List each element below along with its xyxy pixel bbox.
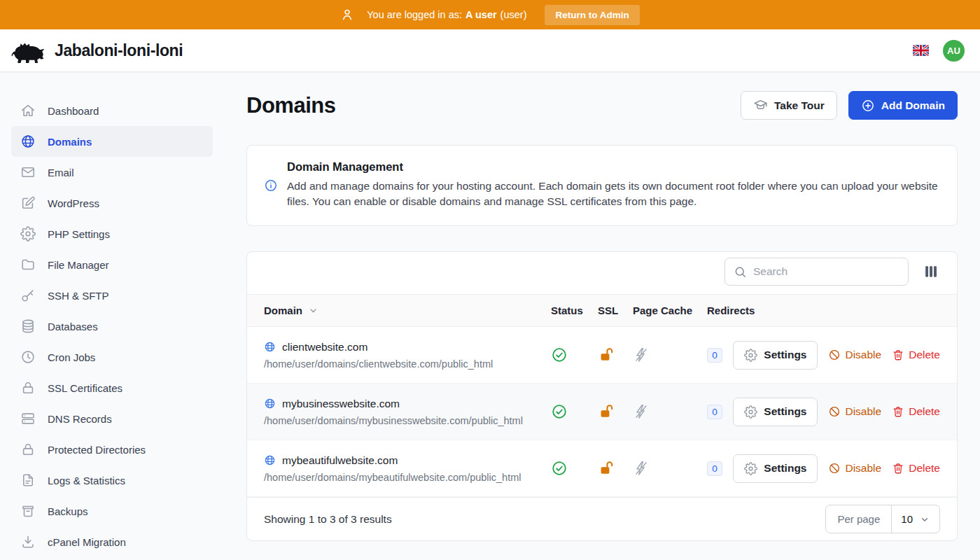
- server-icon: [20, 411, 36, 426]
- edit-icon: [20, 195, 36, 211]
- page-cache-disabled-icon[interactable]: [633, 403, 707, 420]
- table-footer: Showing 1 to 3 of 3 results Per page 10: [247, 497, 957, 540]
- sidebar-item-label: WordPress: [48, 197, 99, 209]
- mail-icon: [20, 164, 36, 180]
- redirects-count-badge[interactable]: 0: [707, 461, 722, 476]
- clock-icon: [20, 349, 36, 365]
- column-header-ssl: SSL: [598, 304, 633, 316]
- sidebar-item-label: Dashboard: [48, 105, 99, 117]
- plus-circle-icon: [861, 99, 875, 113]
- delete-link[interactable]: Delete: [892, 462, 940, 475]
- database-icon: [20, 318, 36, 334]
- page-cache-disabled-icon[interactable]: [633, 460, 707, 477]
- column-settings-button[interactable]: [922, 262, 940, 281]
- sidebar-item-ssh-sftp[interactable]: SSH & SFTP: [11, 280, 213, 311]
- return-to-admin-button[interactable]: Return to Admin: [545, 5, 639, 25]
- add-domain-button[interactable]: Add Domain: [848, 91, 958, 120]
- sidebar-item-label: Cron Jobs: [48, 351, 95, 363]
- sidebar-item-php-settings[interactable]: PHP Settings: [11, 218, 213, 249]
- sidebar-item-domains[interactable]: Domains: [11, 126, 213, 157]
- sidebar-item-logs-statistics[interactable]: Logs & Statistics: [11, 465, 213, 496]
- document-icon: [20, 472, 36, 488]
- main-content: Domains Take Tour Add Domain: [224, 72, 980, 560]
- column-header-page-cache: Page Cache: [633, 304, 707, 316]
- per-page-select[interactable]: 10: [892, 505, 939, 533]
- info-title: Domain Management: [287, 160, 940, 174]
- sidebar-item-label: DNS Records: [48, 413, 112, 425]
- take-tour-button[interactable]: Take Tour: [741, 91, 837, 120]
- gear-icon: [20, 226, 36, 241]
- archive-icon: [20, 503, 36, 519]
- settings-button[interactable]: Settings: [733, 454, 818, 483]
- domain-name[interactable]: mybeautifulwebsite.com: [282, 454, 398, 467]
- sidebar-item-label: Protected Directories: [48, 444, 146, 456]
- sidebar-item-cron-jobs[interactable]: Cron Jobs: [11, 342, 213, 372]
- trash-icon: [892, 405, 904, 418]
- globe-icon: [264, 341, 276, 353]
- banner-user-role: (user): [500, 9, 527, 20]
- sidebar-item-protected-directories[interactable]: Protected Directories: [11, 434, 213, 465]
- status-active-icon: [551, 403, 598, 420]
- brand-name: Jabaloni-loni-loni: [55, 41, 183, 60]
- table-header: Domain Status SSL Page Cache Redirects: [247, 294, 957, 327]
- brand[interactable]: Jabaloni-loni-loni: [11, 38, 183, 63]
- sidebar-item-dashboard[interactable]: Dashboard: [11, 95, 213, 126]
- sort-chevron-icon: [307, 304, 319, 316]
- settings-button[interactable]: Settings: [733, 398, 818, 426]
- columns-icon: [923, 264, 939, 279]
- uk-flag-icon[interactable]: [913, 45, 929, 56]
- per-page-control: Per page 10: [825, 505, 940, 533]
- gear-icon: [744, 349, 757, 362]
- delete-link[interactable]: Delete: [892, 405, 940, 418]
- trash-icon: [892, 462, 904, 475]
- redirects-count-badge[interactable]: 0: [707, 405, 722, 419]
- disable-link[interactable]: Disable: [828, 405, 881, 418]
- sidebar-item-label: Databases: [48, 321, 98, 332]
- sidebar: Dashboard Domains Email WordPress PHP Se…: [0, 72, 224, 560]
- ssl-unlocked-icon[interactable]: [598, 403, 633, 420]
- page-title: Domains: [246, 93, 335, 118]
- status-active-icon: [551, 460, 598, 477]
- ssl-unlocked-icon[interactable]: [598, 346, 633, 363]
- domain-path: /home/user/domains/mybusinesswebsite.com…: [264, 415, 551, 426]
- table-row: mybeautifulwebsite.com /home/user/domain…: [247, 440, 957, 497]
- sidebar-item-email[interactable]: Email: [11, 157, 213, 188]
- settings-button[interactable]: Settings: [733, 341, 818, 370]
- sidebar-item-dns-records[interactable]: DNS Records: [11, 403, 213, 434]
- search-icon: [734, 265, 747, 279]
- ban-icon: [828, 462, 841, 475]
- column-header-status: Status: [551, 304, 598, 316]
- boar-logo-icon: [11, 38, 46, 63]
- key-icon: [20, 288, 36, 303]
- column-header-domain[interactable]: Domain: [264, 304, 551, 316]
- avatar[interactable]: AU: [943, 40, 965, 62]
- domain-path: /home/user/domains/clientwebsite.com/pub…: [264, 358, 551, 370]
- domain-name[interactable]: clientwebsite.com: [282, 341, 368, 354]
- table-body: clientwebsite.com /home/user/domains/cli…: [247, 327, 957, 497]
- search-box: [724, 258, 909, 286]
- sidebar-item-ssl-certificates[interactable]: SSL Certificates: [11, 372, 213, 403]
- trash-icon: [892, 349, 904, 361]
- sidebar-item-cpanel-migration[interactable]: cPanel Migration: [11, 526, 213, 557]
- disable-link[interactable]: Disable: [828, 462, 881, 475]
- sidebar-item-file-manager[interactable]: File Manager: [11, 249, 213, 280]
- globe-icon: [264, 398, 276, 410]
- sidebar-item-backups[interactable]: Backups: [11, 496, 213, 526]
- search-input[interactable]: [753, 265, 899, 278]
- info-body: Add and manage domains for your hosting …: [287, 178, 940, 209]
- page-cache-disabled-icon[interactable]: [633, 346, 707, 363]
- delete-link[interactable]: Delete: [892, 349, 940, 361]
- sidebar-item-label: Email: [48, 167, 74, 178]
- ban-icon: [828, 349, 841, 361]
- domain-name[interactable]: mybusinesswebsite.com: [282, 398, 400, 410]
- table-row: mybusinesswebsite.com /home/user/domains…: [247, 384, 957, 440]
- sidebar-item-databases[interactable]: Databases: [11, 311, 213, 342]
- redirects-count-badge[interactable]: 0: [707, 348, 722, 363]
- status-active-icon: [551, 346, 598, 363]
- globe-icon: [264, 454, 276, 466]
- sidebar-item-wordpress[interactable]: WordPress: [11, 188, 213, 218]
- banner-text: You are logged in as: A user (user): [367, 9, 526, 20]
- folder-icon: [20, 257, 36, 272]
- ssl-unlocked-icon[interactable]: [598, 460, 633, 477]
- disable-link[interactable]: Disable: [828, 349, 881, 361]
